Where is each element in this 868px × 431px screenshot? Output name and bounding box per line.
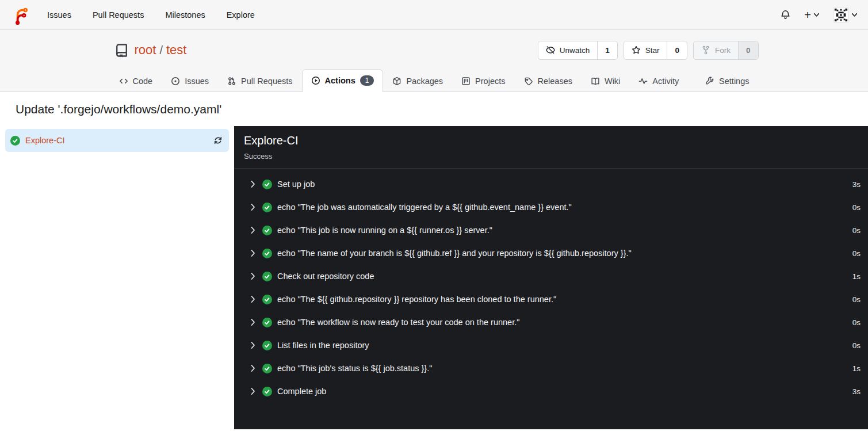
stars-count[interactable]: 0	[667, 41, 687, 59]
star-button-group: Star 0	[624, 41, 687, 60]
success-check-icon	[262, 180, 272, 189]
forks-count[interactable]: 0	[738, 41, 758, 59]
issue-circle-icon	[171, 77, 180, 86]
chevron-right-icon	[249, 318, 257, 327]
tab-label: Code	[133, 77, 153, 86]
repo-icon	[114, 43, 129, 58]
eye-slash-icon	[546, 45, 555, 55]
job-item-explore-ci[interactable]: Explore-CI	[5, 129, 229, 152]
git-fork-icon	[701, 45, 710, 55]
navbar-link-pull-requests[interactable]: Pull Requests	[93, 10, 144, 20]
step-row[interactable]: List files in the repository 0s	[234, 334, 868, 357]
unwatch-button[interactable]: Unwatch	[538, 41, 598, 59]
fork-button-group: Fork 0	[693, 41, 759, 60]
step-label: echo "The job was automatically triggere…	[277, 203, 572, 212]
step-duration: 0s	[852, 203, 861, 212]
step-row[interactable]: echo "The name of your branch is ${{ git…	[234, 242, 868, 265]
repo-separator: /	[159, 44, 163, 57]
play-circle-icon	[311, 76, 320, 85]
step-label: Check out repository code	[277, 272, 374, 281]
job-label: Explore-CI	[25, 136, 208, 145]
actions-run-view: Explore-CI Explore-CI Success Set up job…	[0, 126, 868, 429]
top-navbar: Issues Pull Requests Milestones Explore …	[0, 0, 868, 30]
step-duration: 3s	[852, 387, 861, 396]
tab-settings[interactable]: Settings	[696, 70, 758, 92]
navbar-right: +	[781, 7, 857, 23]
step-row[interactable]: echo "This job's status is ${{ job.statu…	[234, 357, 868, 380]
success-check-icon	[262, 272, 272, 281]
step-row[interactable]: Set up job 3s	[234, 173, 868, 196]
job-steps-list: Set up job 3s echo "The job was automati…	[234, 169, 868, 403]
success-check-icon	[262, 318, 272, 327]
step-label: Complete job	[277, 387, 326, 396]
step-row[interactable]: echo "The workflow is now ready to test …	[234, 311, 868, 334]
tab-activity[interactable]: Activity	[629, 70, 688, 92]
repo-owner-link[interactable]: root	[135, 43, 156, 58]
step-label: echo "The workflow is now ready to test …	[277, 318, 519, 327]
watch-button-group: Unwatch 1	[538, 41, 618, 60]
tab-label: Releases	[538, 77, 572, 86]
chevron-right-icon	[249, 272, 257, 281]
job-status: Success	[244, 152, 858, 161]
step-label: Set up job	[277, 180, 315, 189]
unwatch-label: Unwatch	[560, 46, 590, 55]
success-check-icon	[262, 341, 272, 350]
package-icon	[392, 77, 402, 86]
star-button[interactable]: Star	[624, 41, 667, 59]
tab-code[interactable]: Code	[110, 70, 162, 92]
navbar-links: Issues Pull Requests Milestones Explore	[47, 10, 255, 20]
user-menu-dropdown[interactable]	[833, 7, 857, 23]
tab-packages[interactable]: Packages	[383, 70, 452, 92]
create-new-dropdown[interactable]: +	[804, 9, 819, 21]
chevron-down-icon	[852, 13, 857, 17]
tab-actions[interactable]: Actions 1	[302, 69, 384, 92]
tab-pull-requests[interactable]: Pull Requests	[218, 70, 301, 92]
git-pull-request-icon	[227, 77, 236, 86]
plus-icon: +	[804, 9, 811, 21]
step-row[interactable]: echo "The job was automatically triggere…	[234, 196, 868, 219]
step-row[interactable]: echo "This job is now running on a ${{ r…	[234, 219, 868, 242]
success-check-icon	[262, 226, 272, 235]
rerun-job-button[interactable]	[213, 136, 223, 145]
chevron-down-icon	[814, 13, 819, 17]
notifications-button[interactable]	[781, 10, 790, 20]
repo-name-link[interactable]: test	[166, 43, 186, 58]
jobs-sidebar: Explore-CI	[0, 126, 234, 429]
chevron-right-icon	[249, 203, 257, 212]
navbar-link-explore[interactable]: Explore	[227, 10, 255, 20]
navbar-link-issues[interactable]: Issues	[47, 10, 71, 20]
watchers-count[interactable]: 1	[597, 41, 617, 59]
success-check-icon	[10, 136, 20, 146]
tab-issues[interactable]: Issues	[162, 70, 218, 92]
tab-releases[interactable]: Releases	[515, 70, 582, 92]
tab-wiki[interactable]: Wiki	[582, 70, 629, 92]
step-row[interactable]: echo "The ${{ github.repository }} repos…	[234, 288, 868, 311]
step-label: echo "The ${{ github.repository }} repos…	[277, 295, 556, 304]
step-duration: 0s	[852, 226, 861, 235]
chevron-right-icon	[249, 295, 257, 304]
navbar-link-milestones[interactable]: Milestones	[165, 10, 205, 20]
chevron-right-icon	[249, 341, 257, 350]
step-duration: 1s	[852, 364, 861, 373]
pulse-icon	[638, 77, 648, 86]
job-log-panel: Explore-CI Success Set up job 3s echo "T…	[234, 126, 868, 429]
chevron-right-icon	[249, 180, 257, 189]
step-duration: 0s	[852, 318, 861, 327]
forgejo-logo-icon[interactable]	[11, 5, 30, 25]
step-duration: 1s	[852, 272, 861, 281]
success-check-icon	[262, 249, 272, 258]
tab-label: Projects	[475, 77, 505, 86]
fork-button[interactable]: Fork	[694, 41, 738, 59]
step-duration: 0s	[852, 295, 861, 304]
sync-icon	[213, 136, 223, 145]
step-label: echo "This job is now running on a ${{ r…	[277, 226, 492, 235]
repo-action-buttons: Unwatch 1 Star 0 Fork 0	[538, 41, 759, 60]
step-row[interactable]: Check out repository code 1s	[234, 265, 868, 288]
tab-label: Wiki	[605, 77, 620, 86]
tab-label: Actions	[325, 76, 355, 85]
step-row[interactable]: Complete job 3s	[234, 380, 868, 403]
star-icon	[632, 45, 641, 55]
tab-projects[interactable]: Projects	[452, 70, 514, 92]
success-check-icon	[262, 295, 272, 304]
bell-icon	[781, 10, 790, 20]
